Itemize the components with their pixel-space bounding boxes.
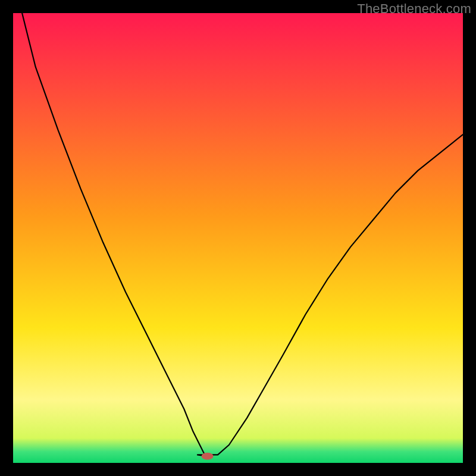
bottleneck-chart: [13, 13, 463, 463]
watermark-text: TheBottleneck.com: [357, 1, 471, 17]
gradient-background: [13, 13, 463, 463]
optimum-marker: [202, 453, 214, 460]
chart-frame: [13, 13, 463, 463]
